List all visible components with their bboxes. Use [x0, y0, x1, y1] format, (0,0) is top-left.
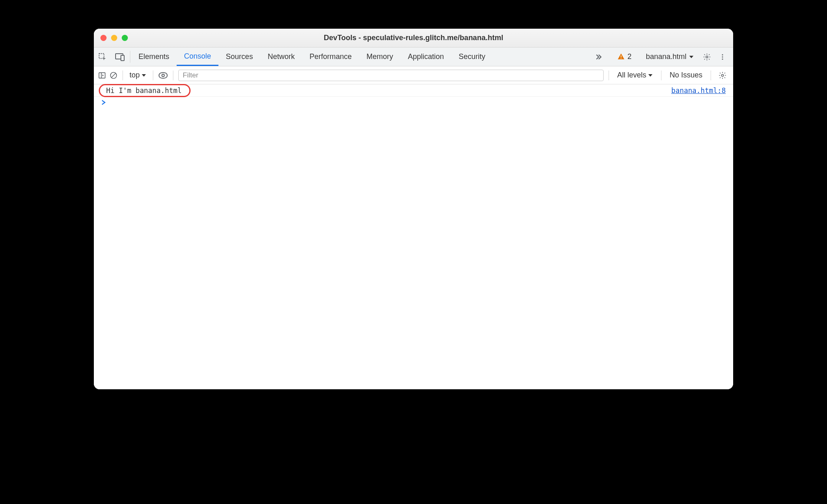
warnings-badge[interactable]: 2	[614, 52, 635, 61]
svg-point-5	[706, 56, 708, 58]
console-prompt[interactable]	[94, 97, 733, 108]
log-levels-selector[interactable]: All levels	[614, 71, 656, 79]
toggle-sidebar-icon[interactable]	[98, 71, 106, 79]
svg-point-8	[722, 58, 723, 59]
log-row[interactable]: Hi I'm banana.html banana.html:8	[94, 84, 733, 97]
tab-sources[interactable]: Sources	[218, 48, 260, 66]
filter-input[interactable]	[178, 70, 604, 81]
warnings-count: 2	[627, 52, 632, 61]
console-settings-icon[interactable]	[716, 69, 729, 82]
titlebar: DevTools - speculative-rules.glitch.me/b…	[94, 29, 733, 48]
target-label: banana.html	[646, 52, 686, 61]
console-body: Hi I'm banana.html banana.html:8	[94, 84, 733, 389]
panel-tabs: Elements Console Sources Network Perform…	[131, 48, 493, 66]
context-selector[interactable]: top	[128, 71, 148, 79]
levels-label: All levels	[617, 71, 646, 79]
traffic-lights	[94, 35, 128, 41]
more-tabs-icon[interactable]	[590, 52, 607, 61]
live-expression-icon[interactable]	[158, 71, 168, 79]
tabbar-right: 2 banana.html	[590, 48, 733, 66]
log-source-link[interactable]: banana.html:8	[671, 86, 726, 95]
separator	[173, 70, 173, 80]
svg-rect-3	[621, 55, 622, 57]
prompt-chevron-icon	[101, 100, 106, 105]
tab-security[interactable]: Security	[451, 48, 493, 66]
tab-elements[interactable]: Elements	[131, 48, 177, 66]
issues-indicator[interactable]: No Issues	[666, 71, 706, 79]
panel-tabbar: Elements Console Sources Network Perform…	[94, 48, 733, 66]
device-toolbar-icon[interactable]	[111, 48, 129, 66]
tab-memory[interactable]: Memory	[359, 48, 400, 66]
separator	[130, 51, 130, 63]
close-window-button[interactable]	[100, 35, 107, 41]
separator	[661, 70, 661, 80]
separator	[609, 70, 609, 80]
chevron-down-icon	[648, 73, 653, 78]
settings-icon[interactable]	[700, 50, 713, 64]
separator	[711, 70, 711, 80]
target-selector[interactable]: banana.html	[642, 52, 698, 61]
clear-console-icon[interactable]	[109, 71, 118, 79]
tab-console[interactable]: Console	[177, 48, 218, 66]
separator	[123, 70, 123, 80]
svg-rect-2	[121, 55, 124, 61]
svg-point-13	[162, 74, 164, 77]
chevron-down-icon	[689, 54, 694, 59]
warning-icon	[617, 53, 625, 61]
devtools-window: DevTools - speculative-rules.glitch.me/b…	[94, 29, 733, 389]
more-options-icon[interactable]	[716, 50, 729, 64]
separator	[153, 70, 153, 80]
tab-application[interactable]: Application	[400, 48, 451, 66]
tab-performance[interactable]: Performance	[302, 48, 359, 66]
log-message: Hi I'm banana.html	[101, 86, 186, 95]
window-title: DevTools - speculative-rules.glitch.me/b…	[324, 34, 503, 42]
chevron-down-icon	[141, 73, 146, 78]
svg-rect-9	[99, 73, 105, 78]
context-label: top	[130, 71, 140, 79]
svg-point-14	[722, 74, 724, 76]
svg-line-12	[111, 73, 116, 77]
inspect-element-icon[interactable]	[94, 48, 111, 66]
tab-network[interactable]: Network	[260, 48, 302, 66]
svg-point-7	[722, 56, 723, 57]
maximize-window-button[interactable]	[122, 35, 128, 41]
issues-label: No Issues	[670, 71, 702, 79]
svg-point-6	[722, 54, 723, 55]
svg-rect-4	[621, 58, 622, 59]
minimize-window-button[interactable]	[111, 35, 117, 41]
console-toolbar: top All levels No Issues	[94, 66, 733, 84]
log-message-text: Hi I'm banana.html	[106, 86, 182, 95]
